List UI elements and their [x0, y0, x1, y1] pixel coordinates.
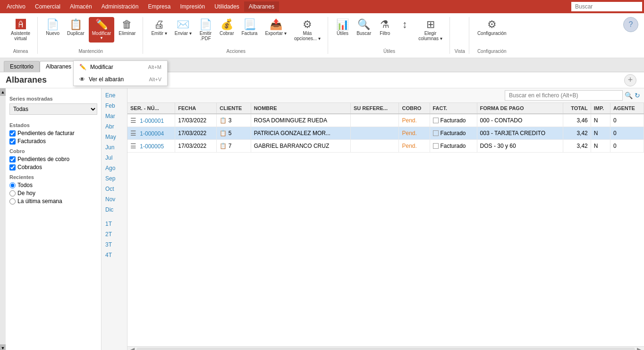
- mas-opciones-button[interactable]: ⚙ Másopciones... ▾: [291, 17, 324, 43]
- dropdown-ver-label: Ver el albarán: [89, 76, 124, 83]
- enviar-button[interactable]: ✉️ Enviar ▾: [171, 17, 195, 38]
- table-search-input[interactable]: [505, 90, 623, 101]
- asistente-virtual-button[interactable]: 🅰 Asistentevirtual: [8, 17, 34, 43]
- month-jun[interactable]: Jun: [102, 142, 127, 153]
- month-ene[interactable]: Ene: [102, 90, 127, 101]
- modificar-button[interactable]: ✏️ Modificar ▼: [89, 17, 115, 43]
- mas-opciones-label: Másopciones... ▾: [294, 31, 321, 41]
- refresh-icon[interactable]: ↻: [635, 92, 640, 99]
- month-dic[interactable]: Dic: [102, 205, 127, 215]
- menu-utilidades[interactable]: Utilidades: [210, 1, 244, 12]
- exportar-button[interactable]: 📤 Exportar ▾: [262, 17, 290, 38]
- recientes-todos-radio[interactable]: [9, 182, 16, 188]
- recientes-ultima-semana-radio[interactable]: [9, 198, 16, 205]
- menu-comercial[interactable]: Comercial: [30, 1, 65, 12]
- row3-total: 3,42: [563, 140, 591, 153]
- month-ago[interactable]: Ago: [102, 163, 127, 173]
- config-group-label: Configuración: [477, 48, 507, 54]
- recientes-todos[interactable]: Todos: [9, 182, 97, 188]
- month-sep[interactable]: Sep: [102, 173, 127, 184]
- menu-administracion[interactable]: Administración: [97, 1, 144, 12]
- sidebar-scroll[interactable]: ▲ ▼: [0, 88, 6, 350]
- tab-escritorio[interactable]: Escritorio: [4, 61, 40, 72]
- elegir-columnas-button[interactable]: ⊞ Elegircolumnas ▾: [415, 17, 446, 43]
- cobro-pendientes-checkbox[interactable]: [9, 156, 16, 162]
- utiles-button[interactable]: 📊 Útiles: [333, 17, 352, 38]
- table-row[interactable]: ☰ 1-000001 17/03/2022 📋 3 ROSA DOMINGUEZ…: [127, 114, 644, 127]
- row3-cobro: Pend.: [399, 140, 430, 153]
- recientes-de-hoy[interactable]: De hoy: [9, 190, 97, 196]
- estado-pendientes-facturar[interactable]: Pendientes de facturar: [9, 130, 97, 137]
- menu-almacen[interactable]: Almacén: [65, 1, 97, 12]
- row2-cobro: Pend.: [399, 127, 430, 140]
- horizontal-scrollbar[interactable]: ◀ ▶: [127, 346, 644, 350]
- cobro-cobrados[interactable]: Cobrados: [9, 164, 97, 171]
- scroll-left-btn[interactable]: ◀: [128, 346, 136, 350]
- emitir-pdf-button[interactable]: 📄 Emitir.PDF: [196, 17, 215, 43]
- row1-ser-num-link[interactable]: 1-000001: [140, 118, 164, 124]
- duplicar-icon: 📋: [69, 19, 82, 30]
- dropdown-modificar[interactable]: ✏️ Modificar Alt+M: [74, 61, 167, 73]
- row2-fact-checkbox[interactable]: [433, 130, 439, 136]
- search-icon[interactable]: 🔍: [625, 92, 633, 99]
- row2-ser-num-link[interactable]: 1-000004: [140, 130, 164, 137]
- quarter-1t[interactable]: 1T: [102, 219, 127, 229]
- quarter-2t[interactable]: 2T: [102, 229, 127, 239]
- enviar-icon: ✉️: [177, 19, 189, 30]
- add-button[interactable]: +: [624, 74, 636, 86]
- duplicar-button[interactable]: 📋 Duplicar: [64, 17, 88, 38]
- emitir-button[interactable]: 🖨 Emitir ▾: [148, 17, 170, 38]
- row1-icon: ☰: [130, 117, 136, 124]
- sidebar-scroll-up[interactable]: ▲: [0, 88, 6, 96]
- row3-cliente-icon[interactable]: 📋: [220, 143, 227, 149]
- quarter-4t[interactable]: 4T: [102, 250, 127, 260]
- row1-cliente-icon[interactable]: 📋: [220, 117, 227, 124]
- estado-pendientes-facturar-label: Pendientes de facturar: [17, 130, 75, 137]
- cobro-cobrados-checkbox[interactable]: [9, 164, 16, 171]
- cobrar-button[interactable]: 💰 Cobrar: [216, 17, 237, 38]
- month-feb[interactable]: Feb: [102, 101, 127, 111]
- estado-pendientes-facturar-checkbox[interactable]: [9, 130, 16, 137]
- month-may[interactable]: May: [102, 132, 127, 142]
- row2-cliente-icon[interactable]: 📋: [220, 130, 227, 137]
- recientes-de-hoy-radio[interactable]: [9, 190, 16, 196]
- month-abr[interactable]: Abr: [102, 121, 127, 132]
- sort-button[interactable]: ↕: [395, 17, 414, 33]
- filtro-button[interactable]: ⚗ Filtro: [375, 17, 394, 38]
- menu-impresion[interactable]: Impresión: [175, 1, 210, 12]
- estado-facturados-checkbox[interactable]: [9, 138, 16, 145]
- configuracion-button[interactable]: ⚙ Configuración: [474, 17, 510, 38]
- emitir-pdf-label: Emitir.PDF: [200, 31, 212, 41]
- buscar-button[interactable]: 🔍 Buscar: [353, 17, 374, 38]
- quarter-3t[interactable]: 3T: [102, 239, 127, 250]
- factura-button[interactable]: 📃 Factura: [238, 17, 261, 38]
- estado-facturados[interactable]: Facturados: [9, 138, 97, 145]
- row3-fact-checkbox[interactable]: [433, 143, 439, 149]
- menu-empresa[interactable]: Empresa: [143, 1, 175, 12]
- sidebar: Series mostradas Todas Estados Pendiente…: [6, 88, 101, 350]
- row2-cliente: 📋 5: [217, 127, 251, 140]
- row1-agente: 0: [610, 114, 644, 127]
- utiles-group-label: Útiles: [383, 48, 395, 54]
- cobro-pendientes[interactable]: Pendientes de cobro: [9, 156, 97, 162]
- menu-albaranes[interactable]: Albaranes: [244, 1, 279, 12]
- month-nov[interactable]: Nov: [102, 194, 127, 205]
- nuevo-button[interactable]: 📄 Nuevo: [42, 17, 63, 38]
- row3-ser-num-link[interactable]: 1-000005: [140, 143, 164, 150]
- global-search-input[interactable]: [571, 2, 642, 11]
- sidebar-scroll-down[interactable]: ▼: [0, 344, 6, 350]
- series-dropdown[interactable]: Todas: [9, 103, 97, 115]
- help-button[interactable]: ?: [623, 17, 638, 32]
- month-jul[interactable]: Jul: [102, 153, 127, 163]
- dropdown-ver-albaran[interactable]: 👁 Ver el albarán Alt+V: [74, 73, 167, 85]
- menu-archivo[interactable]: Archivo: [2, 1, 30, 12]
- table-row[interactable]: ☰ 1-000005 17/03/2022 📋 7 GABRIEL BARRAN…: [127, 140, 644, 153]
- eliminar-button[interactable]: 🗑 Eliminar: [115, 17, 139, 38]
- table-area: 🔍 ↻ SER. - NÚ... FECHA CLIENTE NOMBRE SU…: [127, 88, 644, 350]
- scroll-right-btn[interactable]: ▶: [635, 346, 643, 350]
- row1-fact-checkbox[interactable]: [433, 118, 439, 123]
- recientes-ultima-semana[interactable]: La última semana: [9, 198, 97, 205]
- month-mar[interactable]: Mar: [102, 111, 127, 121]
- table-row[interactable]: ☰ 1-000004 17/03/2022 📋 5 PATRICIA GONZA…: [127, 127, 644, 140]
- month-oct[interactable]: Oct: [102, 184, 127, 194]
